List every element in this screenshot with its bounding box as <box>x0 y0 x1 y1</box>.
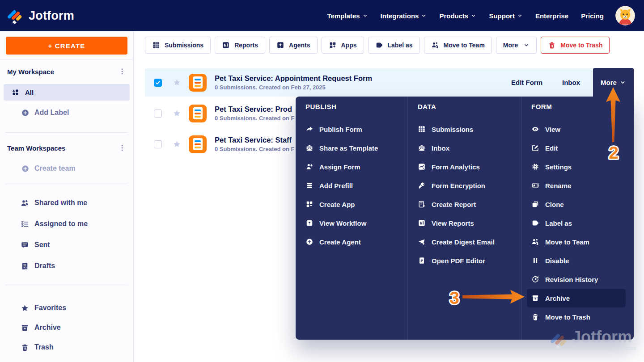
inbox-link[interactable]: Inbox <box>562 79 580 86</box>
share-arrow-icon <box>305 125 314 133</box>
menu-item-rename[interactable]: Rename <box>527 176 626 195</box>
menu-item-label: View Reports <box>432 219 474 227</box>
menu-item-create-digest-email[interactable]: Create Digest Email <box>413 232 513 251</box>
menu-item-assign-form[interactable]: Assign Form <box>301 157 399 176</box>
menu-item-publish-form[interactable]: Publish Form <box>301 120 399 139</box>
chevron-down-icon <box>619 79 626 86</box>
bar-chart-icon <box>418 219 426 227</box>
menu-item-move-to-trash[interactable]: Move to Trash <box>527 307 626 326</box>
sidebar-item-label: Favorites <box>34 304 66 312</box>
topnav-link-integrations[interactable]: Integrations <box>381 12 427 20</box>
apps-plus-icon <box>329 41 337 49</box>
grid-shapes-icon <box>12 88 19 96</box>
menu-item-create-app[interactable]: Create App <box>301 195 399 214</box>
sidebar-item-trash[interactable]: Trash <box>21 341 126 353</box>
menu-item-edit[interactable]: Edit <box>527 139 626 157</box>
menu-item-move-to-team[interactable]: Move to Team <box>527 232 626 251</box>
menu-item-clone[interactable]: Clone <box>527 195 626 214</box>
menu-item-label: Revision History <box>545 276 598 283</box>
team-workspaces-header: Team Workspaces <box>7 143 126 152</box>
form-meta: 0 Submissions. Created on F <box>215 115 294 122</box>
jotform-logo[interactable]: Jotform <box>7 7 74 24</box>
move-to-team-button[interactable]: Move to Team <box>424 37 492 54</box>
sidebar-item-drafts[interactable]: Drafts <box>21 260 126 272</box>
add-label-button[interactable]: Add Label <box>21 107 126 118</box>
more-button[interactable]: More <box>496 37 537 54</box>
toolbar-button-label: Move to Trash <box>560 42 602 49</box>
sidebar-item-assigned-to-me[interactable]: Assigned to me <box>21 218 126 230</box>
create-team-button[interactable]: Create team <box>21 163 126 174</box>
workflow-icon <box>305 219 314 227</box>
sidebar-item-all[interactable]: All <box>4 84 130 101</box>
tag-icon <box>531 219 539 227</box>
sidebar-item-label: Trash <box>34 343 54 351</box>
menu-item-view-reports[interactable]: View Reports <box>413 214 513 232</box>
menu-item-inbox[interactable]: Inbox <box>413 139 513 157</box>
apps-button[interactable]: Apps <box>322 37 364 54</box>
form-icon <box>189 105 207 122</box>
edit-form-link[interactable]: Edit Form <box>511 79 542 86</box>
envelope-open-icon <box>305 144 314 152</box>
topnav-link-enterprise[interactable]: Enterprise <box>535 12 568 20</box>
list-check-icon <box>21 220 29 228</box>
trash-icon <box>21 343 29 352</box>
menu-item-label: Label as <box>545 219 572 227</box>
menu-column-header: DATA <box>418 103 514 111</box>
row-checkbox[interactable] <box>154 79 162 87</box>
menu-item-revision-history[interactable]: Revision History <box>527 270 626 289</box>
topnav-link-pricing[interactable]: Pricing <box>581 12 604 20</box>
menu-item-archive[interactable]: Archive <box>527 289 626 307</box>
row-more-button[interactable]: More <box>593 68 634 97</box>
menu-item-add-prefill[interactable]: Add Prefill <box>301 176 399 195</box>
menu-item-open-pdf-editor[interactable]: Open PDF Editor <box>413 251 513 270</box>
menu-item-share-as-template[interactable]: Share as Template <box>301 139 399 157</box>
create-button[interactable]: + CREATE <box>6 37 127 55</box>
user-avatar[interactable] <box>615 6 635 25</box>
label-as-button[interactable]: Label as <box>368 37 420 54</box>
topnav-link-support[interactable]: Support <box>489 12 523 20</box>
move-to-trash-button[interactable]: Move to Trash <box>541 37 610 54</box>
submissions-button[interactable]: Submissions <box>145 37 211 54</box>
row-checkbox[interactable] <box>154 109 162 118</box>
menu-item-label: Open PDF Editor <box>432 257 485 265</box>
agents-button[interactable]: Agents <box>269 37 317 54</box>
menu-item-label: Rename <box>545 182 571 189</box>
menu-item-label: Edit <box>545 144 558 152</box>
reports-button[interactable]: Reports <box>215 37 265 54</box>
menu-item-label: Create Report <box>432 201 476 208</box>
menu-item-disable[interactable]: Disable <box>527 251 626 270</box>
menu-items: ViewEditSettingsRenameCloneLabel asMove … <box>531 120 627 326</box>
eye-icon <box>531 125 539 133</box>
toolbar-button-label: Submissions <box>165 42 203 49</box>
people-icon <box>21 199 29 207</box>
kebab-menu-icon[interactable] <box>118 67 126 76</box>
menu-item-create-report[interactable]: Create Report <box>413 195 513 214</box>
menu-item-form-analytics[interactable]: Form Analytics <box>413 157 513 176</box>
toolbar-button-label: More <box>503 42 518 49</box>
chevron-down-icon <box>523 42 530 48</box>
menu-item-submissions[interactable]: Submissions <box>413 120 513 139</box>
topnav-link-templates[interactable]: Templates <box>327 12 368 20</box>
archive-icon <box>21 324 29 332</box>
topnav-link-products[interactable]: Products <box>439 12 476 20</box>
sidebar-item-shared-with-me[interactable]: Shared with me <box>21 197 126 209</box>
menu-item-view-workflow[interactable]: View Workflow <box>301 214 399 232</box>
divider <box>5 132 128 133</box>
paper-plane-icon <box>418 238 426 246</box>
menu-item-view[interactable]: View <box>527 120 626 139</box>
kebab-menu-icon[interactable] <box>118 144 126 152</box>
star-icon <box>21 304 29 312</box>
form-row[interactable]: Pet Taxi Service: Appointment Request Fo… <box>145 68 634 97</box>
menu-item-settings[interactable]: Settings <box>527 157 626 176</box>
menu-item-label-as[interactable]: Label as <box>527 214 626 232</box>
menu-column-header: PUBLISH <box>305 103 400 111</box>
menu-item-form-encryption[interactable]: Form Encryption <box>413 176 513 195</box>
sidebar-item-favorites[interactable]: Favorites <box>21 302 126 314</box>
sidebar-item-sent[interactable]: Sent <box>21 239 126 251</box>
tag-icon <box>375 41 383 49</box>
row-checkbox[interactable] <box>154 140 162 148</box>
menu-item-create-agent[interactable]: Create Agent <box>301 232 399 251</box>
plus-circle-icon <box>305 238 314 246</box>
sidebar-item-archive[interactable]: Archive <box>21 322 126 333</box>
form-row-text: Pet Taxi Service: Staff0 Submissions. Cr… <box>215 136 294 152</box>
